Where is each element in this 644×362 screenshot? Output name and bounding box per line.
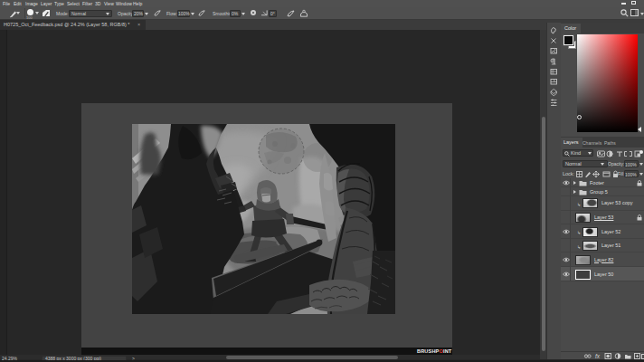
svg-text:fx: fx xyxy=(595,353,601,359)
